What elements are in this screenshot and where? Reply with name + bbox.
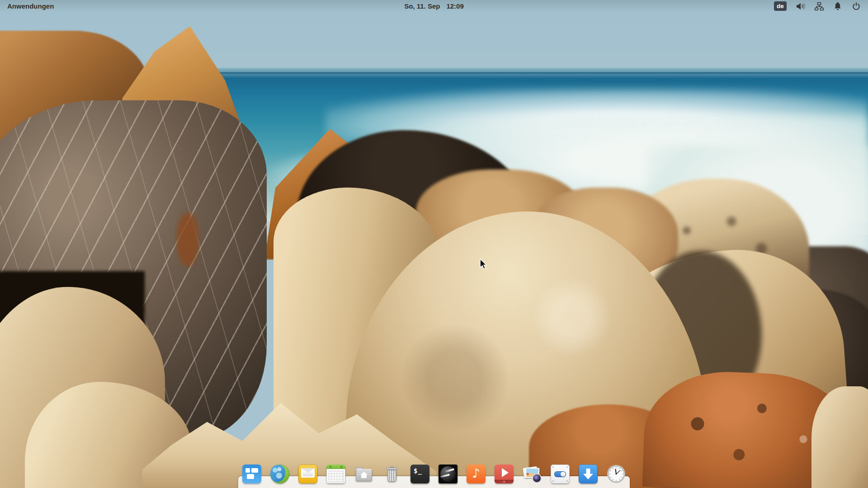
- rock-shape: [176, 212, 199, 267]
- dock-item-crystal-ball-app[interactable]: [439, 465, 458, 483]
- dock-item-photos[interactable]: [523, 465, 542, 483]
- dock-item-multitasking-view[interactable]: [242, 465, 261, 483]
- desktop-wallpaper: [0, 0, 868, 488]
- keyboard-layout-indicator[interactable]: de: [774, 1, 787, 11]
- terminal-icon: $_: [410, 465, 429, 483]
- dock-item-terminal[interactable]: $_: [410, 465, 429, 483]
- top-panel: Anwendungen So, 11. Sep 12:09 de: [0, 0, 868, 12]
- videos-play-icon: [495, 465, 514, 483]
- panel-date: So, 11. Sep: [404, 0, 440, 12]
- network-indicator[interactable]: [814, 1, 825, 12]
- dock-item-videos[interactable]: [495, 465, 514, 483]
- dock-item-appcenter[interactable]: [579, 465, 598, 483]
- trash-can-icon: [382, 465, 401, 483]
- power-indicator[interactable]: [851, 1, 862, 12]
- music-note-icon: ♪: [467, 465, 486, 483]
- applications-menu-button[interactable]: Anwendungen: [7, 0, 54, 12]
- analog-clock-icon: [607, 465, 626, 483]
- notifications-indicator[interactable]: [832, 1, 843, 12]
- panel-indicators: de: [774, 0, 863, 12]
- multitasking-view-icon: [242, 465, 261, 483]
- desktop: Anwendungen So, 11. Sep 12:09 de: [0, 0, 868, 488]
- terminal-prompt-glyph: $_: [414, 467, 422, 474]
- datetime-indicator[interactable]: So, 11. Sep 12:09: [404, 0, 464, 12]
- dock-item-system-settings[interactable]: [551, 465, 570, 483]
- camera-lens-icon: [533, 474, 541, 482]
- dock-item-web-browser[interactable]: [270, 465, 289, 483]
- dock-items: $_ ♪: [242, 465, 626, 483]
- dock-item-trash[interactable]: [382, 465, 401, 483]
- download-arrow-icon: [579, 465, 598, 483]
- calendar-icon: [326, 465, 345, 483]
- bell-icon: [832, 1, 843, 12]
- starfish-dot: [527, 473, 529, 475]
- crystal-ball-icon: [439, 465, 458, 483]
- applications-menu-label: Anwendungen: [7, 2, 54, 10]
- settings-toggle-icon: [551, 465, 570, 483]
- power-icon: [851, 1, 861, 11]
- dock-item-clock[interactable]: [607, 465, 626, 483]
- volume-icon: [795, 1, 806, 12]
- dock-item-music[interactable]: ♪: [467, 465, 486, 483]
- dock-item-files[interactable]: [354, 465, 373, 483]
- volume-indicator[interactable]: [795, 1, 806, 12]
- dock-item-mail[interactable]: [298, 465, 317, 483]
- mouse-cursor: [479, 258, 487, 271]
- home-icon: [361, 474, 367, 478]
- wired-network-icon: [814, 1, 825, 12]
- web-browser-globe-icon: [270, 465, 289, 483]
- panel-time: 12:09: [446, 0, 463, 12]
- mail-envelope-icon: [298, 465, 317, 483]
- keyboard-layout-label: de: [777, 3, 784, 9]
- dock-item-calendar[interactable]: [326, 465, 345, 483]
- files-folder-icon: [354, 465, 373, 483]
- photos-icon: [523, 465, 542, 483]
